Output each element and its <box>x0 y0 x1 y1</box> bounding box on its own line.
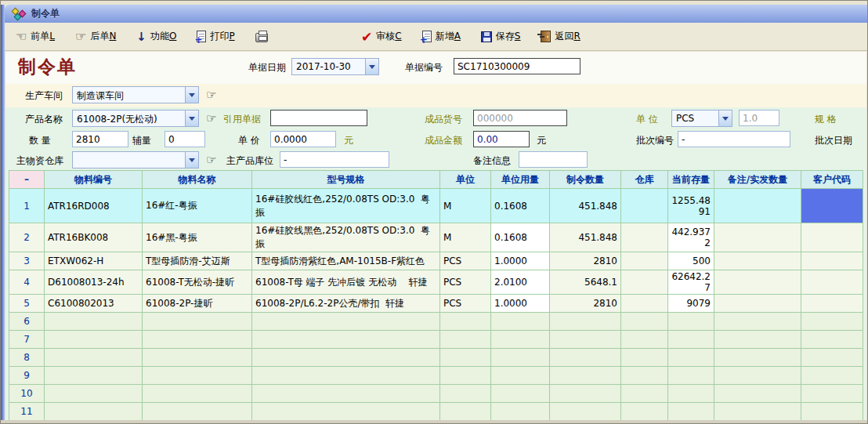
cell-unit[interactable]: PCS <box>440 295 491 313</box>
empty-cell[interactable] <box>143 403 252 421</box>
printer-button[interactable] <box>255 31 268 42</box>
cell-unit[interactable]: M <box>440 223 491 252</box>
empty-cell[interactable] <box>668 313 714 331</box>
empty-cell[interactable] <box>714 403 801 421</box>
row-selector[interactable]: 8 <box>9 349 45 367</box>
cell-material-code[interactable]: D61008013-24h <box>45 270 143 295</box>
product-lookup-icon[interactable]: ☞ <box>206 111 216 126</box>
cell-material-name[interactable]: 61008-T无松动-捷昕 <box>143 270 252 295</box>
empty-cell[interactable] <box>45 313 143 331</box>
empty-cell[interactable] <box>143 385 252 403</box>
empty-cell[interactable] <box>668 385 714 403</box>
chevron-down-icon[interactable] <box>185 152 198 168</box>
aux-qty-input[interactable] <box>165 131 205 147</box>
cell-order-qty[interactable]: 451.848 <box>550 223 621 252</box>
empty-cell[interactable] <box>550 367 621 385</box>
empty-cell[interactable] <box>668 403 714 421</box>
row-selector[interactable]: 4 <box>9 270 45 295</box>
cell-warehouse[interactable] <box>621 270 668 295</box>
empty-cell[interactable] <box>621 349 668 367</box>
row-selector[interactable]: 11 <box>9 403 45 421</box>
cell-unit-usage[interactable]: 0.1608 <box>491 189 550 223</box>
row-selector[interactable]: 2 <box>9 223 45 252</box>
empty-cell[interactable] <box>252 403 440 421</box>
empty-cell[interactable] <box>440 331 491 349</box>
batch-no-input[interactable] <box>678 131 790 147</box>
empty-cell[interactable] <box>714 349 801 367</box>
workshop-lookup-icon[interactable]: ☞ <box>206 87 216 103</box>
empty-cell[interactable] <box>440 403 491 421</box>
cell-remark-actual[interactable] <box>714 295 801 313</box>
cell-remark-actual[interactable] <box>714 252 801 270</box>
empty-cell[interactable] <box>143 331 252 349</box>
empty-cell[interactable] <box>491 385 550 403</box>
cell-material-code[interactable]: C6100802013 <box>45 295 143 313</box>
cell-unit[interactable]: PCS <box>440 252 491 270</box>
row-selector[interactable]: 7 <box>9 331 45 349</box>
cell-material-name[interactable]: 16#黑-粤振 <box>143 223 252 252</box>
empty-cell[interactable] <box>491 313 550 331</box>
empty-cell[interactable] <box>621 367 668 385</box>
amount-input[interactable] <box>473 131 530 147</box>
qty-input[interactable] <box>72 131 128 147</box>
empty-cell[interactable] <box>440 385 491 403</box>
row-selector[interactable]: 1 <box>9 189 45 223</box>
material-warehouse-combobox[interactable] <box>72 151 199 169</box>
empty-cell[interactable] <box>252 385 440 403</box>
cell-warehouse[interactable] <box>621 223 668 252</box>
unit-combobox[interactable]: PCS <box>671 110 732 127</box>
cell-order-qty[interactable]: 2810 <box>550 252 621 270</box>
empty-cell[interactable] <box>801 385 863 403</box>
cell-warehouse[interactable] <box>621 295 668 313</box>
cell-order-qty[interactable]: 5648.1 <box>550 270 621 295</box>
empty-cell[interactable] <box>45 349 143 367</box>
new-button[interactable]: 新增A <box>422 30 461 43</box>
empty-cell[interactable] <box>252 331 440 349</box>
cell-customer-code[interactable] <box>801 223 863 252</box>
empty-cell[interactable] <box>45 385 143 403</box>
product-combobox[interactable]: 61008-2P(无松动) <box>72 110 199 127</box>
empty-cell[interactable] <box>143 349 252 367</box>
doc-date-combobox[interactable]: 2017-10-30 <box>291 58 379 75</box>
chevron-down-icon[interactable] <box>365 59 378 74</box>
ref-doc-input[interactable] <box>270 110 367 126</box>
workshop-combobox[interactable]: 制造课车间 <box>72 86 199 103</box>
cell-warehouse[interactable] <box>621 252 668 270</box>
warehouse-lookup-icon[interactable]: ☞ <box>206 152 216 168</box>
empty-cell[interactable] <box>252 349 440 367</box>
cell-unit-usage[interactable]: 1.0000 <box>491 252 550 270</box>
row-selector[interactable]: 6 <box>9 313 45 331</box>
chevron-down-icon[interactable] <box>185 111 198 126</box>
empty-cell[interactable] <box>491 349 550 367</box>
empty-cell[interactable] <box>143 313 252 331</box>
cell-warehouse[interactable] <box>621 189 668 223</box>
cell-unit-usage[interactable]: 2.0100 <box>491 270 550 295</box>
print-button[interactable]: 打印P <box>197 30 234 43</box>
cell-unit-usage[interactable]: 1.0000 <box>491 295 550 313</box>
empty-cell[interactable] <box>252 313 440 331</box>
cell-unit-usage[interactable]: 0.1608 <box>491 223 550 252</box>
cell-customer-code[interactable] <box>801 295 863 313</box>
empty-cell[interactable] <box>801 331 863 349</box>
product-location-input[interactable] <box>280 151 389 168</box>
cell-unit[interactable]: M <box>440 189 491 223</box>
empty-cell[interactable] <box>668 349 714 367</box>
cell-model-spec[interactable]: 61008-2P/L6.2-2P公壳/带扣 轩捷 <box>252 295 440 313</box>
cell-order-qty[interactable]: 2810 <box>550 295 621 313</box>
cell-material-name[interactable]: 61008-2P-捷昕 <box>143 295 252 313</box>
chevron-down-icon[interactable] <box>185 87 198 103</box>
cell-customer-code[interactable] <box>801 252 863 270</box>
empty-cell[interactable] <box>550 349 621 367</box>
prev-record-button[interactable]: ☜ 前单L <box>16 30 55 43</box>
cell-material-code[interactable]: ATR16RD008 <box>45 189 143 223</box>
empty-cell[interactable] <box>440 313 491 331</box>
audit-button[interactable]: ✔ 审核C <box>361 30 402 43</box>
cell-remark-actual[interactable] <box>714 189 801 223</box>
empty-cell[interactable] <box>801 313 863 331</box>
empty-cell[interactable] <box>714 313 801 331</box>
empty-cell[interactable] <box>621 385 668 403</box>
save-button[interactable]: 保存S <box>481 30 521 43</box>
empty-cell[interactable] <box>45 331 143 349</box>
empty-cell[interactable] <box>491 331 550 349</box>
empty-cell[interactable] <box>621 313 668 331</box>
